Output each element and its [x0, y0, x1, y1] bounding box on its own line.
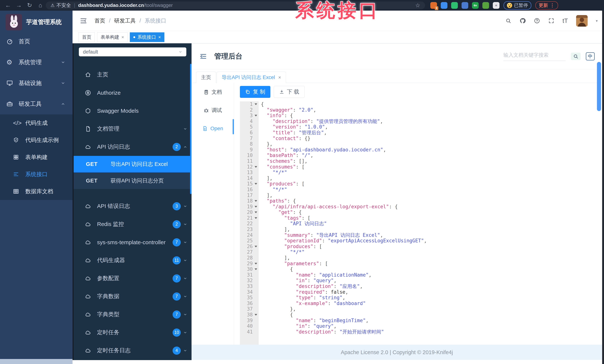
ext-orange-circle[interactable]: 1	[430, 2, 437, 9]
tag-tab-系统接口[interactable]: 系统接口×	[130, 32, 164, 42]
ext-green-circle[interactable]	[451, 2, 458, 9]
tag-label: 表单构建	[101, 34, 119, 40]
watermark: 系统接口	[295, 0, 380, 23]
app-logo[interactable]: 芋道管理系统	[0, 11, 73, 31]
sidebar-item-数据库文档[interactable]: 数据库文档	[0, 183, 73, 200]
gutter-line: 13	[240, 170, 258, 176]
sidebar-item-系统接口[interactable]: 系统接口	[0, 166, 73, 183]
doc-collapse-icon[interactable]	[199, 52, 207, 60]
question-icon[interactable]	[534, 18, 540, 24]
ext-blue-grid[interactable]	[462, 2, 468, 9]
close-icon[interactable]: ×	[278, 75, 281, 80]
swagger-item-label: 字典类型	[97, 311, 119, 318]
doc-tab-导出API 访问日志 Excel[interactable]: 导出API 访问日志 Excel×	[217, 72, 286, 83]
update-label: 更新	[539, 2, 548, 8]
sidebar-item-代码生成示例[interactable]: 代码生成示例	[0, 131, 73, 149]
close-icon[interactable]: ×	[121, 35, 124, 40]
count-badge: 7	[173, 310, 181, 319]
expand-icon[interactable]	[548, 18, 554, 24]
github-icon[interactable]	[520, 18, 526, 24]
swagger-item-文档管理[interactable]: 文档管理	[74, 120, 191, 138]
tag-tab-首页[interactable]: 首页	[78, 32, 95, 42]
forward-icon[interactable]: →	[13, 0, 24, 11]
sidebar-item-label: 表单构建	[25, 153, 48, 161]
gutter-line: 34	[240, 289, 258, 295]
back-icon[interactable]: ←	[3, 0, 13, 11]
side-tab-Open[interactable]: Open	[191, 119, 234, 138]
search-icon[interactable]	[505, 18, 511, 24]
swagger-item-定时任务[interactable]: 定时任务10	[74, 324, 191, 341]
swagger-item-字典类型[interactable]: 字典类型7	[74, 305, 191, 324]
swagger-item-API 访问日志[interactable]: API 访问日志2	[74, 138, 191, 156]
reload-icon[interactable]: ↻	[24, 0, 35, 11]
cloud-icon	[85, 275, 93, 282]
bookmark-star-icon[interactable]: ☆	[415, 2, 420, 9]
item-right: 11	[173, 256, 187, 264]
download-button[interactable]: 下 载	[274, 86, 305, 98]
download-icon	[279, 89, 284, 94]
side-tab-文档[interactable]: 文档	[191, 83, 234, 101]
gutter-line: 17	[240, 192, 258, 198]
code-line: "API 访问日志"	[259, 221, 598, 226]
breadcrumb-item-home[interactable]: 首页	[94, 17, 105, 25]
sidebar-item-系统管理[interactable]: ⚙系统管理	[0, 52, 73, 73]
swagger-item-代码生成器[interactable]: 代码生成器11	[74, 251, 191, 269]
count-badge: 11	[173, 256, 181, 264]
url-domain: dashboard.yudao.iocoder.cn	[78, 2, 144, 8]
sidebar-item-label: 基础设施	[19, 79, 42, 87]
sidebar-item-研发工具[interactable]: 研发工具	[0, 94, 73, 114]
doc-tab-主页[interactable]: 主页	[196, 72, 216, 83]
copy-icon	[245, 89, 250, 94]
api-group-select[interactable]: default	[79, 47, 186, 56]
api-group-value: default	[83, 49, 98, 55]
security-label[interactable]: 不安全	[57, 2, 71, 9]
swagger-item-Swagger Models[interactable]: Swagger Models	[74, 102, 191, 120]
swagger-item-API 错误日志[interactable]: API 错误日志3	[74, 197, 191, 215]
gutter-line: 2	[240, 107, 258, 113]
swagger-item-字典数据[interactable]: 字典数据7	[74, 287, 191, 305]
collapse-menu-icon[interactable]	[80, 17, 87, 24]
swagger-item-定时任务日志[interactable]: 定时任务日志4	[74, 341, 191, 360]
swagger-item-岗位[interactable]: 岗位	[74, 360, 191, 360]
lock-icon	[85, 90, 93, 96]
sidebar-item-表单构建[interactable]: 表单构建	[0, 149, 73, 166]
swagger-item-label: API 访问日志	[97, 143, 130, 151]
copy-button[interactable]: 复 制	[240, 86, 270, 98]
ext-green-6n[interactable]: 6n	[472, 2, 479, 9]
swagger-sidebar: default 主页AuthorizeSwagger Models文档管理API…	[73, 43, 191, 360]
ext-white-star[interactable]: ★	[493, 2, 500, 9]
page-scrollbar-thumb[interactable]	[597, 62, 601, 111]
browser-home-icon[interactable]: ⌂	[35, 0, 46, 11]
api-operation-导出API 访问日志 Excel[interactable]: GET导出API 访问日志 Excel	[74, 156, 191, 172]
code-editor[interactable]: 1234567891011121314151617181920212223242…	[240, 101, 598, 345]
update-button[interactable]: 更新 ⋮	[535, 1, 558, 10]
language-toggle-icon[interactable]: 中	[586, 52, 595, 61]
gutter-line: 1	[240, 101, 258, 107]
user-avatar[interactable]	[576, 15, 588, 27]
tag-tab-表单构建[interactable]: 表单构建×	[97, 32, 127, 42]
swagger-item-参数配置[interactable]: 参数配置7	[74, 269, 191, 287]
code-line: "required": false,	[259, 289, 598, 295]
sidebar-scrollbar-thumb[interactable]	[190, 64, 191, 194]
sidebar-item-代码生成[interactable]: </>代码生成	[0, 114, 73, 131]
doc-search-input[interactable]: 输入文档关键字搜索	[503, 52, 566, 61]
browser-scrollbar-track[interactable]	[602, 11, 604, 364]
ext-green-leaf[interactable]	[482, 2, 489, 9]
sidebar-item-基础设施[interactable]: 基础设施	[0, 73, 73, 94]
swagger-item-主页[interactable]: 主页	[74, 66, 191, 84]
gutter-line: 36	[240, 301, 258, 306]
user-menu-caret-icon[interactable]: ▾	[596, 19, 598, 23]
paused-pill[interactable]: 已暂停	[503, 1, 531, 10]
sidebar-item-首页[interactable]: 首页	[0, 31, 73, 52]
side-tab-调试[interactable]: 调试	[191, 101, 234, 119]
swagger-item-Redis 监控[interactable]: Redis 监控2	[74, 215, 191, 233]
close-icon[interactable]: ×	[158, 35, 161, 40]
fontsize-icon[interactable]: tT	[563, 17, 568, 24]
breadcrumb-item-devtools[interactable]: 研发工具	[114, 17, 136, 25]
swagger-item-sys-sms-template-controller[interactable]: sys-sms-template-controller7	[74, 233, 191, 251]
swagger-item-Authorize[interactable]: Authorize	[74, 84, 191, 102]
api-operation-获得API 访问日志分页[interactable]: GET获得API 访问日志分页	[74, 172, 191, 189]
ext-blue-drop[interactable]	[441, 2, 447, 9]
search-icon[interactable]	[571, 53, 580, 60]
code-line: {	[259, 312, 598, 318]
